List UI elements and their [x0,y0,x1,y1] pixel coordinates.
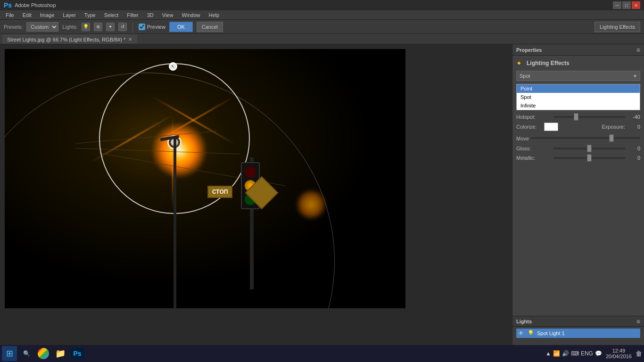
preview-checkbox[interactable] [139,24,145,30]
menu-image[interactable]: Image [36,11,58,19]
menu-view[interactable]: View [158,11,177,19]
canvas-area[interactable]: ↖ СТОП [0,44,512,349]
title-bar: Ps Adobe Photoshop ─ □ ✕ [0,0,644,10]
hotspot-row: Hotspot: -40 [516,113,640,121]
colorize-swatch[interactable] [544,123,558,131]
menu-help[interactable]: Help [205,11,223,19]
menu-layer[interactable]: Layer [59,11,80,19]
time-display: 12:49 [606,348,632,354]
restore-button[interactable]: □ [622,1,631,9]
light-bulb-icon[interactable]: 💡 [82,23,90,31]
app-title: Ps Adobe Photoshop [4,1,56,9]
metallic-value: 0 [627,155,640,161]
preview-checkbox-label[interactable]: Preview [139,24,165,30]
menu-3d[interactable]: 3D [143,11,157,19]
ok-button[interactable]: OK [169,22,193,32]
properties-content: ✦ Lighting Effects Spot Point Infinite ▼… [512,56,644,316]
minimize-button[interactable]: ─ [613,1,621,9]
title-text: Adobe Photoshop [15,2,56,8]
eye-icon[interactable]: 👁 [518,330,525,337]
taskbar-app-chrome[interactable] [36,346,51,361]
lights-content: 👁 💡 Spot Light 1 [512,327,644,340]
taskbar-app-explorer[interactable]: 📁 [53,346,68,361]
street-pole [173,139,176,308]
gloss-label: Gloss: [516,146,552,151]
tab-filename: Street Lights.jpg @ 66.7% (Light Effects… [7,37,125,42]
menu-file[interactable]: File [2,11,18,19]
dropdown-option-spot[interactable]: Spot [517,93,640,101]
hotspot-slider-container [553,113,625,121]
fx-title: Lighting Effects [527,60,570,66]
move-row: Move [516,133,640,143]
gloss-value: 0 [627,146,640,151]
menu-window[interactable]: Window [178,11,204,19]
dropdown-menu: Point Spot Infinite [516,84,640,110]
taskbar-app-photoshop[interactable]: Ps [70,346,85,361]
menu-edit[interactable]: Edit [19,11,35,19]
notification-icon[interactable]: 💬 [595,350,602,357]
window-controls[interactable]: ─ □ ✕ [613,1,640,9]
preview-label: Preview [147,24,165,30]
divider-1 [132,22,133,32]
light-refresh-icon[interactable]: ↺ [118,23,127,31]
hotspot-slider[interactable] [553,116,625,118]
network-icon: 📶 [553,350,560,357]
move-label: Move [516,136,529,141]
system-clock: 12:49 20/04/2016 [606,348,632,359]
menu-bar: File Edit Image Layer Type Select Filter… [0,10,644,20]
system-icons: ▲ 📶 🔊 ⌨ ENG 💬 [545,350,602,357]
fx-header: ✦ Lighting Effects [516,59,640,67]
presets-label: Presets: [4,24,23,30]
dropdown-option-point[interactable]: Point [517,84,640,93]
search-icon: 🔍 [23,350,30,357]
lights-menu-icon[interactable]: ≡ [636,318,640,325]
dropdown-option-infinite[interactable]: Infinite [517,101,640,110]
menu-select[interactable]: Select [100,11,123,19]
canvas-container: ↖ СТОП [5,49,405,308]
move-slider[interactable] [531,137,640,139]
menu-filter[interactable]: Filter [123,11,142,19]
metallic-label: Metallic: [516,155,552,161]
options-bar: Presets: Custom Lights: 💡 ⊕ ✦ ↺ Preview … [0,20,644,34]
light-item-row[interactable]: 👁 💡 Spot Light 1 [516,329,640,338]
taskbar-app-search[interactable]: 🔍 [19,346,34,361]
close-button[interactable]: ✕ [632,1,640,9]
traffic-red [245,166,256,178]
date-display: 20/04/2016 [606,354,632,359]
chrome-icon [38,348,49,359]
spotlight-handle[interactable]: ↖ [169,62,177,71]
gloss-row: Gloss: 0 [516,145,640,152]
presets-dropdown[interactable]: Custom [26,22,58,32]
menu-type[interactable]: Type [81,11,99,19]
trash-icon[interactable]: 🗑 [636,350,642,357]
tab-bar: Street Lights.jpg @ 66.7% (Light Effects… [0,34,644,44]
light-add-icon[interactable]: ⊕ [94,23,102,31]
gloss-slider-container [553,145,625,152]
orange-light-glow [297,190,325,219]
properties-menu-icon[interactable]: ≡ [636,46,640,54]
move-slider-container [531,134,640,142]
cancel-button[interactable]: Cancel [197,22,223,32]
light-name: Spot Light 1 [537,330,565,336]
metallic-slider-container [553,154,625,162]
exposure-value: 0 [627,124,640,130]
ps-logo: Ps [4,1,12,9]
gloss-slider[interactable] [553,148,625,149]
properties-title: Properties [516,47,542,53]
lights-panel: Lights ≡ 👁 💡 Spot Light 1 [512,316,644,349]
tab-close-icon[interactable]: ✕ [128,37,132,42]
lighting-effects-button[interactable]: Lighting Effects [594,22,640,32]
stop-sign: СТОП [207,186,232,198]
chevron-icon[interactable]: ▲ [545,350,551,357]
exposure-label: Exposure: [602,124,625,130]
document-tab[interactable]: Street Lights.jpg @ 66.7% (Light Effects… [2,34,137,44]
metallic-slider[interactable] [553,157,625,159]
start-button[interactable]: ⊞ [2,346,17,361]
light-star-icon[interactable]: ✦ [106,23,115,31]
volume-icon[interactable]: 🔊 [562,350,569,357]
colorize-row: Colorize: Exposure: 0 [516,123,640,131]
main-area: ↖ СТОП [0,44,644,349]
hotspot-label: Hotspot: [516,114,552,120]
light-type-row: Spot Point Infinite ▼ [516,71,640,81]
light-type-dropdown[interactable]: Spot Point Infinite [516,71,640,81]
